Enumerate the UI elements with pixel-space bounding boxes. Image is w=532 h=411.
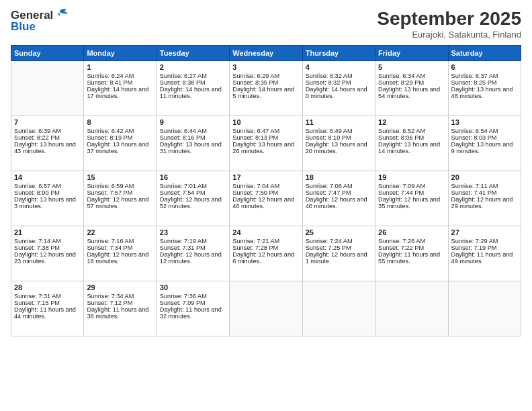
sunrise-text: Sunrise: 6:57 AM [14,183,61,189]
sunset-text: Sunset: 7:25 PM [306,244,351,251]
sunset-text: Sunset: 7:38 PM [14,244,60,251]
sunset-text: Sunset: 7:19 PM [451,244,497,251]
daylight-text: Daylight: 12 hours and 57 minutes. [87,196,148,210]
daylight-text: Daylight: 12 hours and 1 minute. [306,251,367,265]
calendar-cell: 25Sunrise: 7:24 AMSunset: 7:25 PMDayligh… [302,226,375,281]
page-container: General Blue September 2025 Eurajoki, Sa… [0,0,532,342]
sunrise-text: Sunrise: 7:26 AM [378,238,425,244]
calendar-cell: 20Sunrise: 7:11 AMSunset: 7:41 PMDayligh… [448,171,521,226]
daylight-text: Daylight: 12 hours and 18 minutes. [87,251,148,265]
sunset-text: Sunset: 8:38 PM [160,79,206,86]
day-number: 12 [378,118,445,126]
sunrise-text: Sunrise: 6:47 AM [232,128,279,134]
calendar-cell: 21Sunrise: 7:14 AMSunset: 7:38 PMDayligh… [11,226,84,281]
calendar-week-row: 7Sunrise: 6:39 AMSunset: 8:22 PMDaylight… [11,116,521,171]
sunset-text: Sunset: 8:35 PM [232,79,278,86]
calendar-cell [375,281,448,336]
sunset-text: Sunset: 8:06 PM [378,134,424,141]
calendar-cell: 24Sunrise: 7:21 AMSunset: 7:28 PMDayligh… [230,226,302,281]
sunset-text: Sunset: 7:09 PM [160,300,206,306]
calendar-cell: 3Sunrise: 6:29 AMSunset: 8:35 PMDaylight… [230,61,302,116]
daylight-text: Daylight: 12 hours and 46 minutes. [232,196,294,210]
calendar-cell: 9Sunrise: 6:44 AMSunset: 8:16 PMDaylight… [157,116,229,171]
sunset-text: Sunset: 7:12 PM [87,300,132,306]
sunrise-text: Sunrise: 7:14 AM [14,238,61,244]
daylight-text: Daylight: 13 hours and 43 minutes. [14,141,76,154]
calendar-cell: 28Sunrise: 7:31 AMSunset: 7:15 PMDayligh… [11,281,84,336]
sunrise-text: Sunrise: 7:29 AM [451,238,498,244]
calendar-cell: 30Sunrise: 7:36 AMSunset: 7:09 PMDayligh… [157,281,229,336]
sunrise-text: Sunrise: 7:24 AM [306,238,353,244]
sunset-text: Sunset: 8:03 PM [451,134,497,141]
sunset-text: Sunset: 7:15 PM [14,300,60,306]
day-number: 29 [87,283,153,291]
sunrise-text: Sunrise: 7:11 AM [451,183,498,189]
calendar-cell [11,61,84,116]
calendar-week-row: 1Sunrise: 6:24 AMSunset: 8:41 PMDaylight… [11,61,521,116]
day-number: 1 [87,63,153,71]
day-number: 30 [160,283,226,291]
sunrise-text: Sunrise: 7:16 AM [87,238,134,244]
daylight-text: Daylight: 11 hours and 44 minutes. [14,306,76,320]
daylight-text: Daylight: 14 hours and 5 minutes. [232,86,294,99]
weekday-header: Monday [84,46,157,61]
calendar-week-row: 28Sunrise: 7:31 AMSunset: 7:15 PMDayligh… [11,281,521,336]
day-number: 19 [378,173,445,181]
sunset-text: Sunset: 7:28 PM [232,244,278,251]
daylight-text: Daylight: 13 hours and 54 minutes. [378,86,440,99]
sunrise-text: Sunrise: 6:32 AM [306,73,353,79]
calendar-cell: 7Sunrise: 6:39 AMSunset: 8:22 PMDaylight… [11,116,84,171]
daylight-text: Daylight: 12 hours and 35 minutes. [378,196,440,210]
sunset-text: Sunset: 8:16 PM [160,134,206,141]
weekday-header: Thursday [302,46,375,61]
logo: General Blue [11,8,71,34]
daylight-text: Daylight: 11 hours and 32 minutes. [160,306,222,320]
day-number: 15 [87,173,153,181]
sunrise-text: Sunrise: 6:42 AM [87,128,134,134]
daylight-text: Daylight: 11 hours and 55 minutes. [378,251,440,265]
sunset-text: Sunset: 7:47 PM [306,189,351,196]
daylight-text: Daylight: 13 hours and 48 minutes. [451,86,513,99]
sunrise-text: Sunrise: 7:06 AM [306,183,353,189]
day-number: 24 [232,228,299,236]
calendar-cell: 19Sunrise: 7:09 AMSunset: 7:44 PMDayligh… [375,171,448,226]
calendar-week-row: 21Sunrise: 7:14 AMSunset: 7:38 PMDayligh… [11,226,521,281]
sunrise-text: Sunrise: 6:54 AM [451,128,498,134]
calendar-cell: 12Sunrise: 6:52 AMSunset: 8:06 PMDayligh… [375,116,448,171]
calendar-cell: 29Sunrise: 7:34 AMSunset: 7:12 PMDayligh… [84,281,157,336]
sunset-text: Sunset: 7:57 PM [87,189,132,196]
calendar-cell: 15Sunrise: 6:59 AMSunset: 7:57 PMDayligh… [84,171,157,226]
daylight-text: Daylight: 11 hours and 49 minutes. [451,251,513,265]
calendar-cell: 1Sunrise: 6:24 AMSunset: 8:41 PMDaylight… [84,61,157,116]
day-number: 20 [451,173,518,181]
weekday-header: Saturday [448,46,521,61]
sunset-text: Sunset: 7:41 PM [451,189,497,196]
calendar-cell: 10Sunrise: 6:47 AMSunset: 8:13 PMDayligh… [230,116,302,171]
day-number: 3 [232,63,299,71]
sunrise-text: Sunrise: 7:04 AM [232,183,279,189]
month-title: September 2025 [377,8,521,30]
sunrise-text: Sunrise: 7:09 AM [378,183,425,189]
logo-bird-icon [53,8,71,23]
daylight-text: Daylight: 12 hours and 12 minutes. [160,251,222,265]
daylight-text: Daylight: 13 hours and 20 minutes. [306,141,367,154]
day-number: 14 [14,173,81,181]
day-number: 27 [451,228,518,236]
calendar-cell: 4Sunrise: 6:32 AMSunset: 8:32 PMDaylight… [302,61,375,116]
sunset-text: Sunset: 8:13 PM [232,134,278,141]
sunset-text: Sunset: 7:22 PM [378,244,424,251]
sunrise-text: Sunrise: 6:24 AM [87,73,134,79]
day-number: 16 [160,173,226,181]
sunset-text: Sunset: 7:31 PM [160,244,206,251]
sunrise-text: Sunrise: 6:34 AM [378,73,425,79]
daylight-text: Daylight: 11 hours and 38 minutes. [87,306,148,320]
daylight-text: Daylight: 13 hours and 31 minutes. [160,141,222,154]
calendar-cell: 27Sunrise: 7:29 AMSunset: 7:19 PMDayligh… [448,226,521,281]
calendar-cell [448,281,521,336]
daylight-text: Daylight: 13 hours and 26 minutes. [232,141,294,154]
calendar-cell: 22Sunrise: 7:16 AMSunset: 7:34 PMDayligh… [84,226,157,281]
sunrise-text: Sunrise: 7:19 AM [160,238,207,244]
calendar-cell: 23Sunrise: 7:19 AMSunset: 7:31 PMDayligh… [157,226,229,281]
calendar-week-row: 14Sunrise: 6:57 AMSunset: 8:00 PMDayligh… [11,171,521,226]
daylight-text: Daylight: 12 hours and 6 minutes. [232,251,294,265]
